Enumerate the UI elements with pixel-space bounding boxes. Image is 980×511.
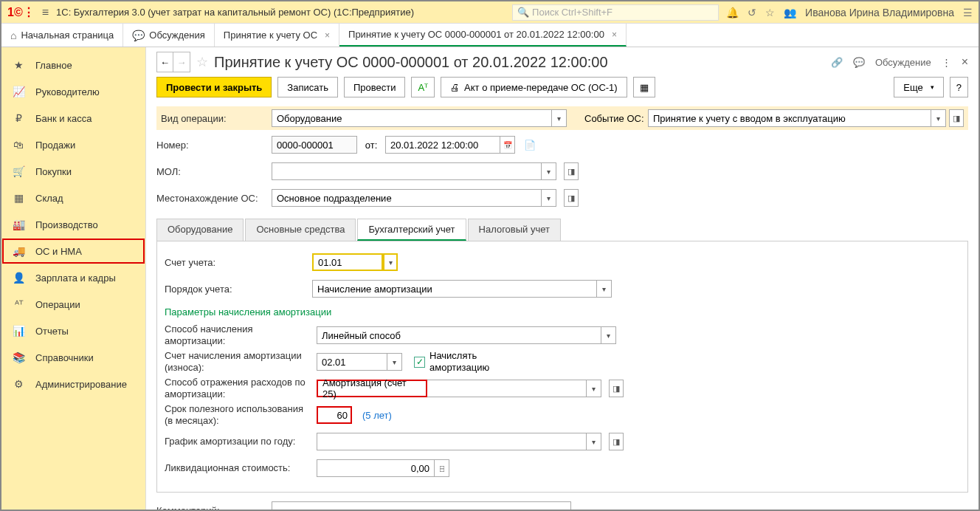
atkt-button[interactable]: Аᵀ bbox=[411, 77, 435, 97]
tab-doc-current[interactable]: Принятие к учету ОС 0000-000001 от 20.01… bbox=[339, 24, 627, 47]
tab-equipment[interactable]: Оборудование bbox=[156, 219, 244, 241]
star-icon[interactable]: ☆ bbox=[765, 7, 775, 18]
sidebar-item-bank[interactable]: ₽Банк и касса bbox=[1, 105, 145, 131]
global-search[interactable]: 🔍 Поиск Ctrl+Shift+F bbox=[512, 4, 719, 21]
open-button[interactable]: ◨ bbox=[564, 189, 579, 207]
open-button[interactable]: ◨ bbox=[564, 162, 579, 180]
save-button[interactable]: Записать bbox=[277, 77, 338, 97]
users-icon[interactable]: 👥 bbox=[784, 7, 796, 18]
comment-input[interactable] bbox=[272, 501, 571, 510]
tab-tax[interactable]: Налоговый учет bbox=[468, 219, 561, 241]
mol-input[interactable] bbox=[272, 162, 542, 180]
date-input[interactable]: 20.01.2022 12:00:00 bbox=[385, 136, 500, 154]
dropdown-button[interactable]: ▾ bbox=[587, 380, 601, 397]
sidebar-item-main[interactable]: ★Главное bbox=[1, 52, 145, 78]
life-label: Срок полезного использования (в месяцах)… bbox=[165, 403, 312, 426]
tab-fixed-assets[interactable]: Основные средства bbox=[245, 219, 356, 241]
atkt-icon: ᴬᵀ bbox=[12, 298, 25, 310]
location-input[interactable]: Основное подразделение bbox=[272, 189, 542, 207]
sidebar-item-hr[interactable]: 👤Зарплата и кадры bbox=[1, 264, 145, 291]
op-type-input[interactable]: Оборудование bbox=[272, 109, 552, 127]
dropdown-button[interactable]: ▾ bbox=[587, 433, 601, 450]
grid-icon: ▦ bbox=[12, 192, 25, 204]
btn-label: Акт о приеме-передаче ОС (ОС-1) bbox=[464, 82, 618, 93]
help-button[interactable]: ? bbox=[950, 77, 968, 97]
dropdown-button[interactable]: ▾ bbox=[542, 162, 556, 180]
account-input[interactable]: 01.01 bbox=[312, 253, 383, 271]
nav-forward-button[interactable]: → bbox=[173, 52, 190, 72]
nav-back-button[interactable]: ← bbox=[157, 52, 173, 72]
post-button[interactable]: Провести bbox=[344, 77, 406, 97]
amortize-checkbox[interactable]: ✓ Начислять амортизацию bbox=[414, 350, 496, 373]
discuss-label[interactable]: Обсуждение bbox=[875, 57, 931, 68]
bell-icon[interactable]: 🔔 bbox=[726, 7, 739, 18]
logo-icon: 1©⋮ bbox=[7, 5, 35, 19]
method-label: Способ начисления амортизации: bbox=[165, 323, 312, 346]
method-input[interactable]: Линейный способ bbox=[317, 326, 601, 344]
dropdown-button[interactable]: ▾ bbox=[383, 253, 398, 271]
hamburger-icon[interactable]: ≡ bbox=[42, 6, 49, 19]
sidebar-item-purchases[interactable]: 🛒Покупки bbox=[1, 158, 145, 185]
dropdown-button[interactable]: ▾ bbox=[552, 109, 567, 127]
number-input[interactable]: 0000-000001 bbox=[272, 136, 357, 154]
tab-accounting[interactable]: Бухгалтерский учет bbox=[357, 219, 466, 241]
sidebar-item-sales[interactable]: 🛍Продажи bbox=[1, 131, 145, 158]
sidebar-item-warehouse[interactable]: ▦Склад bbox=[1, 185, 145, 211]
print-act-button[interactable]: 🖨Акт о приеме-передаче ОС (ОС-1) bbox=[441, 77, 627, 97]
attach-button[interactable]: ▦ bbox=[633, 77, 655, 97]
location-label: Местонахождение ОС: bbox=[156, 193, 267, 204]
input-value: Начисление амортизации bbox=[317, 284, 432, 295]
more-button[interactable]: Еще▾ bbox=[894, 77, 943, 97]
input-value: 01.01 bbox=[318, 257, 342, 268]
sidebar-item-operations[interactable]: ᴬᵀОперации bbox=[1, 291, 145, 318]
close-icon[interactable]: × bbox=[612, 30, 617, 40]
expense-input[interactable]: Амортизация (счет 25) bbox=[317, 380, 427, 397]
close-icon[interactable]: × bbox=[325, 30, 330, 41]
tab-discuss[interactable]: 💬 Обсуждения bbox=[123, 24, 215, 47]
status-icon[interactable]: 📄 bbox=[524, 140, 536, 151]
dropdown-button[interactable]: ▾ bbox=[601, 326, 616, 344]
sidebar-item-label: Главное bbox=[35, 60, 72, 71]
close-icon[interactable]: × bbox=[962, 55, 968, 69]
section-tabs: Оборудование Основные средства Бухгалтер… bbox=[156, 219, 968, 241]
more-icon[interactable]: ⋮ bbox=[942, 57, 951, 68]
sidebar-item-manager[interactable]: 📈Руководителю bbox=[1, 78, 145, 105]
link-icon[interactable]: 🔗 bbox=[831, 57, 843, 68]
sidebar-item-os-nma[interactable]: 🚚ОС и НМА bbox=[1, 238, 145, 264]
op-type-row: Вид операции: Оборудование ▾ Событие ОС:… bbox=[156, 106, 968, 130]
dropdown-button[interactable]: ▾ bbox=[931, 109, 946, 127]
sidebar-item-reports[interactable]: 📊Отчеты bbox=[1, 318, 145, 344]
section-title: Параметры начисления амортизации bbox=[165, 306, 960, 318]
input-value: Оборудование bbox=[277, 113, 342, 124]
sidebar-item-admin[interactable]: ⚙Администрирование bbox=[1, 371, 145, 397]
calculator-button[interactable]: ⌸ bbox=[435, 459, 449, 477]
check-icon: ✓ bbox=[414, 357, 425, 368]
sidebar-item-production[interactable]: 🏭Производство bbox=[1, 211, 145, 238]
menu-icon[interactable]: ☰ bbox=[963, 7, 973, 18]
open-button[interactable]: ◨ bbox=[609, 380, 624, 397]
app-title: 1С: Бухгалтерия 3.0 (учет затрат на капи… bbox=[56, 7, 414, 18]
dropdown-button[interactable]: ▾ bbox=[387, 353, 402, 371]
user-name[interactable]: Иванова Ирина Владимировна bbox=[805, 7, 954, 18]
dep-acc-input[interactable]: 02.01 bbox=[317, 353, 387, 371]
open-button[interactable]: ◨ bbox=[609, 433, 624, 450]
post-close-button[interactable]: Провести и закрыть bbox=[156, 77, 272, 97]
dropdown-button[interactable]: ▾ bbox=[597, 280, 612, 298]
tab-doc-list[interactable]: Принятие к учету ОС × bbox=[215, 24, 339, 47]
history-icon[interactable]: ↺ bbox=[748, 7, 756, 18]
number-label: Номер: bbox=[156, 140, 267, 151]
open-button[interactable]: ◨ bbox=[949, 109, 964, 127]
event-input[interactable]: Принятие к учету с вводом в эксплуатацию bbox=[648, 109, 931, 127]
order-input[interactable]: Начисление амортизации bbox=[312, 280, 597, 298]
sidebar-item-catalogs[interactable]: 📚Справочники bbox=[1, 344, 145, 371]
life-input[interactable] bbox=[317, 406, 352, 424]
favorite-icon[interactable]: ☆ bbox=[196, 54, 208, 70]
discuss-icon[interactable]: 💬 bbox=[853, 57, 865, 68]
bag-icon: 🛍 bbox=[12, 139, 25, 151]
calendar-button[interactable]: 📅 bbox=[500, 136, 515, 154]
schedule-input[interactable] bbox=[317, 433, 587, 450]
tab-home[interactable]: ⌂ Начальная страница bbox=[1, 24, 123, 47]
salvage-input[interactable]: 0,00 bbox=[317, 459, 435, 477]
order-label: Порядок учета: bbox=[165, 284, 308, 295]
dropdown-button[interactable]: ▾ bbox=[542, 189, 556, 207]
